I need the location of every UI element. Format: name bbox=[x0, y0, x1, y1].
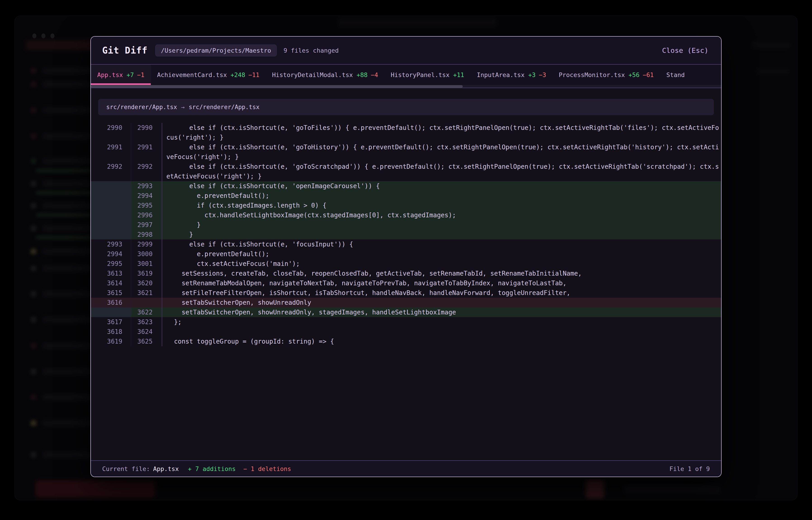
code-line: veFocus('right'); } bbox=[162, 152, 721, 162]
old-line-number bbox=[91, 201, 131, 210]
diff-file-tab-stand[interactable]: Stand bbox=[660, 64, 691, 85]
diff-row: 2996 ctx.handleSetLightboxImage(ctx.stag… bbox=[91, 210, 721, 220]
files-changed-count: 9 files changed bbox=[284, 47, 339, 54]
tab-filename: InputArea.tsx bbox=[477, 71, 524, 78]
diff-file-tab-app-tsx[interactable]: App.tsx+7−1 bbox=[91, 64, 151, 85]
old-line-number: 3613 bbox=[91, 268, 131, 278]
diff-row: etActiveFocus('right'); } bbox=[91, 172, 721, 181]
old-line-number: 3619 bbox=[91, 337, 131, 346]
tab-additions: +56 bbox=[629, 71, 640, 78]
code-line: } bbox=[162, 230, 721, 239]
current-file-label: Current file: bbox=[102, 465, 150, 472]
modal-header: Git Diff /Users/pedram/Projects/Maestro … bbox=[91, 36, 721, 64]
code-line: setSessions, createTab, closeTab, reopen… bbox=[162, 268, 721, 278]
code-line: setTabSwitcherOpen, showUnreadOnly, stag… bbox=[162, 307, 721, 317]
tab-filename: ProcessMonitor.tsx bbox=[559, 71, 625, 78]
tabbar-scrollbar bbox=[91, 85, 721, 88]
diff-file-tab-inputarea-tsx[interactable]: InputArea.tsx+3−3 bbox=[470, 64, 552, 85]
tab-filename: HistoryDetailModal.tsx bbox=[272, 71, 353, 78]
old-line-number: 2994 bbox=[91, 249, 131, 259]
new-line-number bbox=[131, 298, 162, 307]
diff-row: 36153621 setFileTreeFilterOpen, isShortc… bbox=[91, 288, 721, 298]
new-line-number: 2992 bbox=[131, 162, 162, 172]
new-line-number: 3625 bbox=[131, 337, 162, 346]
tab-additions: +11 bbox=[453, 71, 464, 78]
old-line-number: 2990 bbox=[91, 123, 131, 133]
old-line-number bbox=[91, 220, 131, 230]
diff-row: 3616 setTabSwitcherOpen, showUnreadOnly bbox=[91, 298, 721, 307]
diff-row: 2994 e.preventDefault(); bbox=[91, 191, 721, 201]
diff-row: 2995 if (ctx.stagedImages.length > 0) { bbox=[91, 201, 721, 210]
deletions-count: − 1 deletions bbox=[243, 465, 291, 472]
new-line-number: 3621 bbox=[131, 288, 162, 298]
tab-additions: +3 bbox=[528, 71, 536, 78]
modal-title: Git Diff bbox=[102, 45, 148, 56]
diff-file-tab-historypanel-tsx[interactable]: HistoryPanel.tsx+11 bbox=[384, 64, 470, 85]
code-line: ctx.setActiveFocus('main'); bbox=[162, 259, 721, 268]
code-line: else if (ctx.isShortcut(e, 'openImageCar… bbox=[162, 181, 721, 191]
new-line-number: 2996 bbox=[131, 210, 162, 220]
code-line: cus('right'); } bbox=[162, 133, 721, 142]
diff-file-tab-historydetailmodal-tsx[interactable]: HistoryDetailModal.tsx+88−4 bbox=[266, 64, 385, 85]
diff-row: 29912991 else if (ctx.isShortcut(e, 'goT… bbox=[91, 142, 721, 152]
file-path-to: src/renderer/App.tsx bbox=[189, 104, 260, 110]
tab-filename: Stand bbox=[666, 71, 685, 78]
new-line-number: 3620 bbox=[131, 278, 162, 288]
old-line-number: 3615 bbox=[91, 288, 131, 298]
new-line-number: 3001 bbox=[131, 259, 162, 268]
tab-additions: +248 bbox=[230, 71, 245, 78]
repo-path-badge: /Users/pedram/Projects/Maestro bbox=[155, 45, 277, 56]
new-line-number: 3000 bbox=[131, 249, 162, 259]
diff-line-list: 29902990 else if (ctx.isShortcut(e, 'goT… bbox=[91, 123, 721, 346]
file-path-header: src/renderer/App.tsx → src/renderer/App.… bbox=[98, 99, 714, 115]
code-line: ctx.handleSetLightboxImage(ctx.stagedIma… bbox=[162, 210, 721, 220]
diff-row: 2998 } bbox=[91, 230, 721, 239]
new-line-number: 2998 bbox=[131, 230, 162, 239]
code-line: else if (ctx.isShortcut(e, 'goToScratchp… bbox=[162, 162, 721, 172]
diff-row: 36133619 setSessions, createTab, closeTa… bbox=[91, 268, 721, 278]
diff-row: 36143620 setRenameTabModalOpen, navigate… bbox=[91, 278, 721, 288]
file-tabbar: App.tsx+7−1AchievementCard.tsx+248−11His… bbox=[91, 64, 721, 85]
arrow-right-icon: → bbox=[181, 104, 185, 110]
old-line-number bbox=[91, 191, 131, 201]
diff-row: 2993 else if (ctx.isShortcut(e, 'openIma… bbox=[91, 181, 721, 191]
diff-row: 29943000 e.preventDefault(); bbox=[91, 249, 721, 259]
old-line-number bbox=[91, 152, 131, 162]
new-line-number: 2990 bbox=[131, 123, 162, 133]
tab-deletions: −3 bbox=[539, 71, 546, 78]
old-line-number: 2992 bbox=[91, 162, 131, 172]
old-line-number: 3618 bbox=[91, 327, 131, 337]
old-line-number bbox=[91, 181, 131, 191]
tab-deletions: −1 bbox=[137, 71, 144, 78]
old-line-number: 2995 bbox=[91, 259, 131, 268]
tab-additions: +88 bbox=[356, 71, 368, 78]
code-line: setFileTreeFilterOpen, isShortcut, isTab… bbox=[162, 288, 721, 298]
new-line-number: 3624 bbox=[131, 327, 162, 337]
new-line-number: 2991 bbox=[131, 142, 162, 152]
old-line-number: 3614 bbox=[91, 278, 131, 288]
code-line: const toggleGroup = (groupId: string) =>… bbox=[162, 337, 721, 346]
additions-count: + 7 additions bbox=[188, 465, 236, 472]
diff-row: cus('right'); } bbox=[91, 133, 721, 142]
close-button[interactable]: Close (Esc) bbox=[661, 46, 710, 55]
diff-row: veFocus('right'); } bbox=[91, 152, 721, 162]
code-line: else if (ctx.isShortcut(e, 'goToFiles'))… bbox=[162, 123, 721, 133]
old-line-number: 2991 bbox=[91, 142, 131, 152]
tab-filename: HistoryPanel.tsx bbox=[391, 71, 449, 78]
diff-file-tab-processmonitor-tsx[interactable]: ProcessMonitor.tsx+56−61 bbox=[552, 64, 660, 85]
new-line-number bbox=[131, 152, 162, 162]
diff-file-tab-achievementcard-tsx[interactable]: AchievementCard.tsx+248−11 bbox=[151, 64, 266, 85]
old-line-number bbox=[91, 172, 131, 181]
diff-row: 29922992 else if (ctx.isShortcut(e, 'goT… bbox=[91, 162, 721, 172]
tabbar-scrollbar-thumb[interactable] bbox=[91, 85, 463, 88]
code-line: } bbox=[162, 220, 721, 230]
code-line: else if (ctx.isShortcut(e, 'focusInput')… bbox=[162, 239, 721, 249]
new-line-number bbox=[131, 133, 162, 142]
tab-filename: App.tsx bbox=[97, 71, 123, 78]
git-diff-modal: Git Diff /Users/pedram/Projects/Maestro … bbox=[91, 36, 721, 477]
old-line-number bbox=[91, 210, 131, 220]
diff-row: 29902990 else if (ctx.isShortcut(e, 'goT… bbox=[91, 123, 721, 133]
new-line-number: 2997 bbox=[131, 220, 162, 230]
code-line: else if (ctx.isShortcut(e, 'goToHistory'… bbox=[162, 142, 721, 152]
code-line: setTabSwitcherOpen, showUnreadOnly bbox=[162, 298, 721, 307]
